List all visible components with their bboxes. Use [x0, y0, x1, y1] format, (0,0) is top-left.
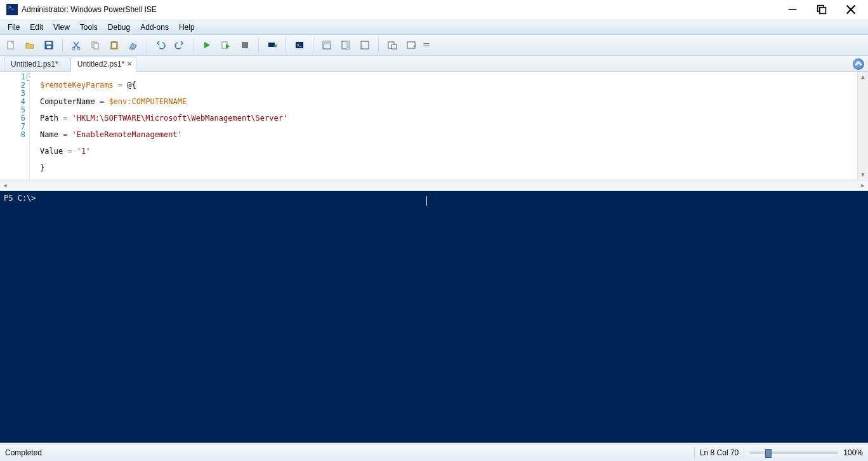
code-token: = — [58, 130, 72, 139]
title-bar: Administrator: Windows PowerShell ISE — [0, 0, 868, 20]
svg-rect-4 — [46, 42, 51, 44]
show-command-icon[interactable] — [384, 37, 400, 53]
svg-rect-21 — [361, 41, 369, 49]
code-area[interactable]: $remoteKeyParams = @{ ComputerName = $en… — [30, 72, 857, 180]
code-token: $remoteKeyParams — [40, 81, 114, 90]
new-icon[interactable] — [3, 37, 19, 53]
zoom-thumb[interactable] — [765, 449, 772, 458]
menu-edit[interactable]: Edit — [25, 22, 48, 33]
minimize-button[interactable] — [778, 0, 807, 19]
close-tab-icon[interactable]: ✕ — [126, 60, 133, 67]
layout-max-icon[interactable] — [357, 37, 373, 53]
clear-icon[interactable] — [125, 37, 141, 53]
menu-addons[interactable]: Add-ons — [135, 22, 174, 33]
scroll-down-icon[interactable]: ▼ — [858, 170, 868, 180]
line-number: 8 — [0, 131, 25, 139]
editor-vscrollbar[interactable]: ▲ ▼ — [857, 72, 868, 180]
cut-icon[interactable] — [68, 37, 84, 53]
console-prompt: PS C:\> — [4, 194, 36, 203]
code-token: = — [114, 81, 128, 90]
svg-rect-11 — [112, 43, 116, 48]
code-token: @{ — [127, 81, 136, 90]
redo-icon[interactable] — [171, 37, 188, 53]
show-command-addon-icon[interactable] — [403, 37, 419, 53]
code-token: Name — [40, 130, 58, 139]
svg-rect-1 — [820, 8, 826, 14]
tab-label: Untitled2.ps1* — [77, 60, 125, 69]
run-selection-icon[interactable] — [218, 37, 234, 53]
text-cursor-icon — [426, 196, 427, 206]
menu-file[interactable]: File — [3, 22, 25, 33]
line-gutter: 1 2 3 4 5 6 7 8 — [0, 72, 30, 180]
svg-rect-20 — [346, 41, 350, 49]
open-icon[interactable] — [22, 37, 38, 53]
menu-tools[interactable]: Tools — [75, 22, 103, 33]
svg-rect-18 — [323, 41, 331, 44]
svg-rect-14 — [242, 42, 248, 48]
menu-help[interactable]: Help — [174, 22, 200, 33]
toolbar — [0, 35, 868, 56]
paste-icon[interactable] — [106, 37, 122, 53]
tab-untitled2[interactable]: Untitled2.ps1* ✕ — [70, 57, 137, 72]
svg-rect-12 — [113, 41, 115, 43]
svg-rect-15 — [268, 43, 275, 47]
code-token: = — [63, 147, 77, 156]
scroll-right-icon[interactable]: ► — [858, 180, 868, 190]
layout-top-icon[interactable] — [319, 37, 335, 53]
status-bar: Completed Ln 8 Col 70 100% — [0, 444, 868, 461]
layout-right-icon[interactable] — [338, 37, 354, 53]
svg-rect-2 — [8, 41, 13, 49]
code-token: $env:COMPUTERNAME — [109, 97, 187, 106]
svg-rect-5 — [47, 46, 51, 48]
script-pane[interactable]: 1 2 3 4 5 6 7 8 − $remoteKeyParams = @{ … — [0, 72, 868, 180]
toolbar-overflow-icon[interactable] — [422, 37, 431, 53]
stop-icon[interactable] — [237, 37, 253, 53]
code-token: Path — [40, 114, 58, 123]
cursor-position: Ln 8 Col 70 — [700, 448, 739, 457]
code-token: = — [58, 114, 72, 123]
zoom-slider[interactable] — [749, 451, 838, 454]
scroll-left-icon[interactable]: ◄ — [0, 180, 10, 190]
svg-rect-24 — [407, 42, 415, 48]
svg-rect-23 — [391, 44, 397, 49]
status-text: Completed — [5, 448, 42, 457]
menu-debug[interactable]: Debug — [103, 22, 135, 33]
code-token: 'HKLM:\SOFTWARE\Microsoft\WebManagement\… — [72, 114, 288, 123]
code-token: = — [95, 97, 109, 106]
menu-view[interactable]: View — [48, 22, 75, 33]
menu-bar: File Edit View Tools Debug Add-ons Help — [0, 20, 868, 35]
svg-rect-16 — [296, 42, 303, 48]
zoom-value: 100% — [843, 448, 863, 457]
scroll-up-icon[interactable]: ▲ — [858, 72, 868, 82]
collapse-script-pane-icon[interactable] — [853, 58, 864, 70]
maximize-button[interactable] — [807, 0, 836, 19]
run-icon[interactable] — [199, 37, 215, 53]
editor-hscrollbar[interactable]: ◄ ► — [0, 180, 868, 191]
tab-label: Untitled1.ps1* — [11, 60, 58, 69]
code-token: Value — [40, 147, 63, 156]
code-token: ComputerName — [40, 97, 95, 106]
window-title: Administrator: Windows PowerShell ISE — [22, 5, 157, 14]
app-icon — [6, 4, 18, 15]
console-pane[interactable]: PS C:\> — [0, 191, 868, 443]
tab-strip: Untitled1.ps1* Untitled2.ps1* ✕ — [0, 56, 868, 72]
code-token: '1' — [77, 147, 91, 156]
powershell-tab-icon[interactable] — [291, 37, 308, 53]
tab-untitled1[interactable]: Untitled1.ps1* — [4, 57, 70, 71]
undo-icon[interactable] — [152, 37, 169, 53]
save-icon[interactable] — [41, 37, 57, 53]
code-token: 'EnableRemoteManagement' — [72, 130, 182, 139]
copy-icon[interactable] — [87, 37, 103, 53]
svg-rect-9 — [94, 43, 98, 49]
close-button[interactable] — [836, 0, 865, 19]
code-token: } — [40, 163, 44, 172]
new-remote-icon[interactable] — [264, 37, 280, 53]
